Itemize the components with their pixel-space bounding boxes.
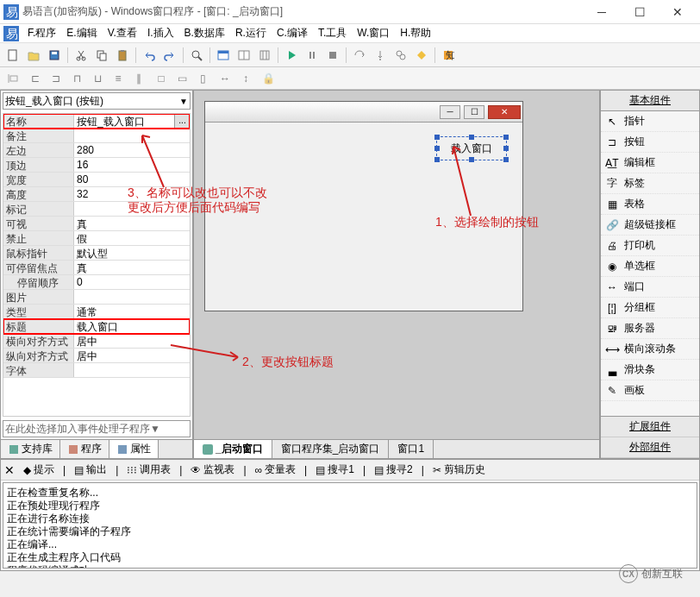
tab-support-lib[interactable]: 支持库 <box>1 440 60 458</box>
property-row[interactable]: 停留顺序0 <box>3 275 190 290</box>
property-row[interactable]: 名称按钮_载入窗口... <box>3 114 190 129</box>
close-button[interactable]: ✕ <box>666 3 690 21</box>
menu-program[interactable]: F.程序 <box>22 24 61 42</box>
tab-cliphistory[interactable]: ✂剪辑历史 <box>428 461 491 479</box>
align-3-icon[interactable]: ⊓ <box>67 69 86 88</box>
pause-icon[interactable] <box>303 46 322 65</box>
paste-icon[interactable] <box>113 46 132 65</box>
step-over-icon[interactable] <box>350 46 369 65</box>
save-icon[interactable] <box>45 46 64 65</box>
resize-handle[interactable] <box>469 135 474 140</box>
property-row[interactable]: 类型通常 <box>3 305 190 319</box>
component-item[interactable]: A͟T编辑框 <box>601 153 699 173</box>
close-output-icon[interactable]: ✕ <box>4 463 15 477</box>
component-item[interactable]: ✎画板 <box>601 380 699 401</box>
step-into-icon[interactable] <box>371 46 390 65</box>
property-row[interactable]: 可停留焦点真 <box>3 261 190 275</box>
menu-insert[interactable]: I.插入 <box>142 24 179 42</box>
form-close-icon[interactable]: ✕ <box>488 105 521 119</box>
resize-handle[interactable] <box>503 157 509 162</box>
cut-icon[interactable] <box>72 46 91 65</box>
step-out-icon[interactable] <box>391 46 410 65</box>
new-file-icon[interactable] <box>3 46 22 65</box>
menu-tools[interactable]: T.工具 <box>313 24 352 42</box>
maximize-button[interactable]: ☐ <box>628 3 652 21</box>
property-value[interactable]: 按钮_载入窗口 <box>74 114 174 128</box>
menu-compile[interactable]: C.编译 <box>272 24 313 42</box>
component-item[interactable]: ↔端口 <box>601 277 699 298</box>
property-row[interactable]: 可视真 <box>3 217 190 231</box>
component-item[interactable]: ⟷横向滚动条 <box>601 339 699 360</box>
size-2-icon[interactable]: ▭ <box>172 69 191 88</box>
component-item[interactable]: ⊐按钮 <box>601 132 699 153</box>
property-value[interactable]: 真 <box>74 217 190 230</box>
align-5-icon[interactable]: ≡ <box>109 69 128 88</box>
property-value[interactable]: 真 <box>74 261 190 274</box>
tab-window-procset[interactable]: 窗口程序集_启动窗口 <box>272 440 390 458</box>
event-selector[interactable]: 在此处选择加入事件处理子程序 ▼ <box>3 420 191 437</box>
property-value[interactable] <box>74 363 190 377</box>
tab-search1[interactable]: ▤搜寻1 <box>310 461 359 479</box>
form-icon[interactable] <box>214 46 233 65</box>
property-value[interactable]: 默认型 <box>74 246 190 260</box>
form-maximize-icon[interactable]: ☐ <box>464 105 484 119</box>
menu-view[interactable]: V.查看 <box>103 24 142 42</box>
property-row[interactable]: 图片 <box>3 290 190 305</box>
menu-run[interactable]: R.运行 <box>230 24 272 42</box>
property-row[interactable]: 横向对齐方式居中 <box>3 334 190 349</box>
property-value[interactable]: 载入窗口 <box>74 319 190 333</box>
menu-help[interactable]: H.帮助 <box>395 24 436 42</box>
resize-handle[interactable] <box>503 135 509 140</box>
menu-window[interactable]: W.窗口 <box>352 24 395 42</box>
align-4-icon[interactable]: ⊔ <box>88 69 107 88</box>
property-value[interactable]: 假 <box>74 231 190 245</box>
object-selector[interactable]: 按钮_载入窗口 (按钮) ▼ <box>3 92 191 110</box>
run-icon[interactable] <box>282 46 301 65</box>
size-1-icon[interactable]: □ <box>152 69 171 88</box>
output-body[interactable]: 正在检查重复名称...正在预处理现行程序正在进行名称连接正在统计需要编译的子程序… <box>3 482 697 569</box>
component-item[interactable]: ◉单选框 <box>601 256 699 277</box>
tab-variables[interactable]: ∞变量表 <box>250 461 302 479</box>
tab-output[interactable]: ▤输出 <box>69 461 112 479</box>
property-row[interactable]: 纵向对齐方式居中 <box>3 349 190 363</box>
property-row[interactable]: 禁止假 <box>3 231 190 246</box>
align-2-icon[interactable]: ⊐ <box>47 69 66 88</box>
component-item[interactable]: ↖指针 <box>601 111 699 132</box>
design-canvas[interactable]: ─ ☐ ✕ 载入窗口 1、选择绘制的按钮 2 <box>193 90 600 459</box>
toolbox-header[interactable]: 基本组件 <box>601 91 699 111</box>
center-v-icon[interactable]: ↕ <box>236 69 255 88</box>
menu-database[interactable]: B.数据库 <box>179 24 230 42</box>
breakpoint-icon[interactable] <box>412 46 431 65</box>
property-value[interactable] <box>74 290 190 304</box>
resize-handle[interactable] <box>434 157 440 162</box>
component-item[interactable]: 🔗超级链接框 <box>601 215 699 236</box>
tab-calltable[interactable]: ⁝⁝⁝调用表 <box>122 461 176 479</box>
form-minimize-icon[interactable]: ─ <box>440 105 460 119</box>
tab-search2[interactable]: ▤搜寻2 <box>369 461 418 479</box>
tab-watch[interactable]: 👁监视表 <box>185 461 240 479</box>
component-item[interactable]: 🖨打印机 <box>601 236 699 256</box>
size-3-icon[interactable]: ▯ <box>193 69 212 88</box>
component-item[interactable]: 🖳服务器 <box>601 318 699 339</box>
align-1-icon[interactable]: ⊏ <box>26 69 45 88</box>
ellipsis-button[interactable]: ... <box>174 114 190 128</box>
tool-icon[interactable]: 知 <box>439 46 458 65</box>
copy-icon[interactable] <box>92 46 111 65</box>
resize-handle[interactable] <box>434 135 440 140</box>
undo-icon[interactable] <box>140 46 159 65</box>
resize-handle[interactable] <box>503 146 509 151</box>
resize-handle[interactable] <box>434 146 440 151</box>
toolbox-tab-extended[interactable]: 扩展组件 <box>601 417 699 437</box>
toolbox-tab-external[interactable]: 外部组件 <box>601 437 699 458</box>
menu-edit[interactable]: E.编辑 <box>61 24 102 42</box>
property-value[interactable]: 通常 <box>74 305 190 318</box>
redo-icon[interactable] <box>160 46 179 65</box>
minimize-button[interactable]: ─ <box>590 3 614 21</box>
component-item[interactable]: [¦]分组框 <box>601 298 699 318</box>
lock-icon[interactable]: 🔒 <box>259 69 278 88</box>
property-row[interactable]: 字体 <box>3 363 190 378</box>
center-h-icon[interactable]: ↔ <box>216 69 234 88</box>
tab-program[interactable]: 程序 <box>60 440 109 458</box>
tab-window1[interactable]: 窗口1 <box>389 440 434 458</box>
tab-startup-window[interactable]: _启动窗口 <box>194 440 272 458</box>
